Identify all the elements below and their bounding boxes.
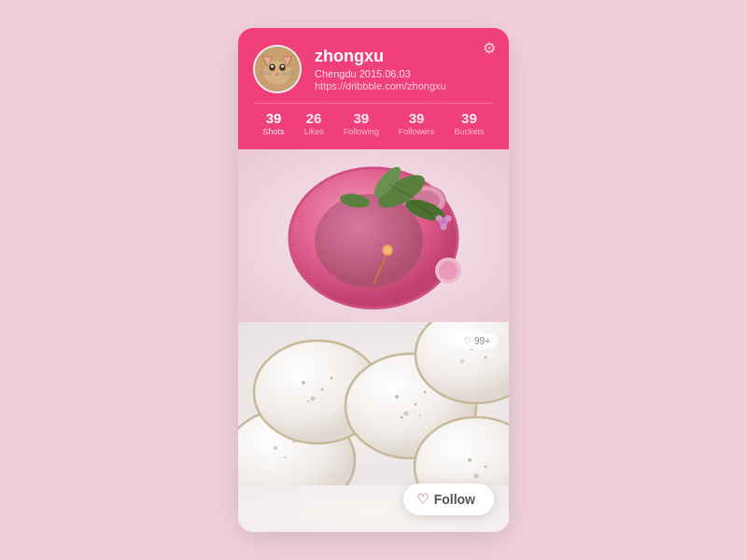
profile-top: zhongxu Chengdu 2015.06.03 https://dribb… [253,45,494,93]
svg-point-46 [302,381,305,385]
svg-point-37 [332,190,340,198]
stat-likes[interactable]: 26 Likes [304,111,324,136]
svg-point-67 [485,466,487,469]
feed-container[interactable]: ♡ 99+ [238,149,509,532]
svg-point-68 [474,474,479,479]
like-badge: ♡ 99+ [456,333,498,349]
shots-label: Shots [263,127,285,136]
svg-point-56 [424,391,427,394]
buckets-count: 39 [461,111,477,125]
svg-point-55 [404,412,409,416]
svg-point-9 [281,65,284,68]
follow-button[interactable]: ♡ Follow [403,483,494,515]
phone-card: ⚙ [238,28,509,532]
svg-point-54 [415,403,417,406]
svg-point-50 [307,400,309,402]
svg-point-30 [436,216,443,222]
svg-point-53 [395,395,399,399]
username: zhongxu [315,47,494,67]
settings-icon[interactable]: ⚙ [483,39,496,57]
svg-point-23 [439,261,458,280]
svg-point-63 [460,359,464,363]
followers-label: Followers [399,127,435,136]
heart-icon: ♡ [416,491,429,508]
svg-point-58 [419,414,421,416]
stats-row: 39 Shots 26 Likes 39 Following 39 Follow… [253,103,494,136]
follow-button-container: ♡ Follow [403,483,494,515]
stat-buckets[interactable]: 39 Buckets [454,111,484,136]
svg-point-48 [311,397,316,401]
svg-point-35 [384,246,391,254]
shot-card-1[interactable] [238,149,509,322]
svg-point-57 [401,416,403,419]
svg-point-66 [468,458,472,462]
profile-info: zhongxu Chengdu 2015.06.03 https://dribb… [315,47,494,92]
likes-label: Likes [304,127,324,136]
stat-following[interactable]: 39 Following [344,111,379,136]
svg-point-62 [485,357,487,359]
svg-point-43 [284,456,286,458]
followers-count: 39 [409,111,425,125]
heart-icon: ♡ [463,336,472,346]
svg-point-32 [441,224,447,231]
buckets-label: Buckets [454,127,484,136]
svg-point-8 [271,65,274,68]
shot-card-2[interactable]: ♡ 99+ [238,322,509,485]
profile-header: ⚙ [238,28,509,149]
following-label: Following [344,127,379,136]
follow-label: Follow [434,492,475,507]
svg-point-49 [331,377,333,380]
shots-count: 39 [266,111,282,125]
following-count: 39 [353,111,369,125]
website[interactable]: https://dribbble.com/zhongxu [315,80,494,91]
svg-point-47 [321,388,324,391]
svg-point-41 [274,446,277,450]
likes-count: 26 [306,111,322,125]
location: Chengdu 2015.06.03 [315,68,494,79]
avatar[interactable] [253,45,302,93]
stat-shots[interactable]: 39 Shots [263,111,285,136]
svg-point-31 [445,216,452,222]
stat-followers[interactable]: 39 Followers [399,111,435,136]
like-count: 99+ [474,336,490,346]
avatar-image [255,47,300,91]
